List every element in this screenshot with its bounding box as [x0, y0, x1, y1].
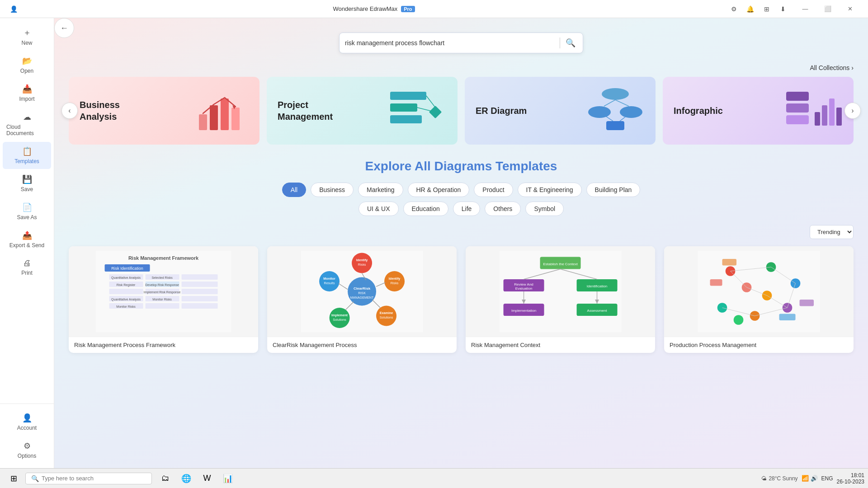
search-button[interactable]: 🔍: [564, 36, 577, 50]
sidebar-item-import[interactable]: 📥 Import: [3, 80, 51, 107]
weather-text: 28°C Sunny: [769, 475, 797, 482]
taskbar-date-text: 26-10-2023: [837, 479, 864, 485]
svg-rect-40: [109, 289, 143, 294]
maximize-button[interactable]: ⬜: [817, 2, 838, 16]
template-card-2[interactable]: ClearRisk RISK MANAGEMENT Identify Risks…: [267, 246, 457, 353]
sidebar: ＋ New 📂 Open 📥 Import ☁ Cloud Documents …: [0, 18, 54, 468]
sidebar-label-print: Print: [21, 270, 33, 276]
svg-rect-14: [606, 121, 624, 130]
options-icon: ⚙: [24, 441, 31, 451]
carousel-card-er-diagram[interactable]: ER Diagram: [465, 77, 656, 145]
carousel-card-infographic[interactable]: Infographic: [663, 77, 854, 145]
all-collections-button[interactable]: All Collections ›: [810, 64, 854, 71]
avatar-icon[interactable]: 👤: [7, 3, 20, 15]
bell-icon[interactable]: 🔔: [744, 3, 757, 15]
svg-text:Risk Management Framework: Risk Management Framework: [128, 255, 199, 261]
filter-ui[interactable]: UI & UX: [359, 202, 399, 216]
filter-product[interactable]: Product: [474, 183, 513, 197]
close-button[interactable]: ✕: [840, 2, 861, 16]
sidebar-label-open: Open: [20, 68, 33, 74]
sidebar-item-export[interactable]: 📤 Export & Send: [3, 226, 51, 253]
template-card-4[interactable]: Production Process Management: [664, 246, 854, 353]
back-button[interactable]: ←: [54, 18, 74, 38]
title-icons: 👤: [7, 3, 20, 15]
template-card-1[interactable]: Risk Management Framework Risk Identific…: [69, 246, 258, 353]
taskbar-app-chrome[interactable]: 🌐: [176, 470, 196, 487]
svg-text:Risk Identification: Risk Identification: [111, 266, 143, 271]
sidebar-item-new[interactable]: ＋ New: [3, 23, 51, 51]
svg-rect-104: [722, 259, 737, 265]
filter-marketing[interactable]: Marketing: [358, 183, 403, 197]
main-content: ← 🔍 All Collections › ‹ BusinessAnalysis: [54, 18, 868, 468]
svg-text:Selected Risks: Selected Risks: [151, 276, 173, 279]
template-thumb-1: Risk Management Framework Risk Identific…: [69, 246, 258, 337]
carousel-card-project-management[interactable]: ProjectManagement: [267, 77, 458, 145]
open-icon: 📂: [22, 56, 32, 66]
taskbar-app-edraw[interactable]: 📊: [218, 470, 238, 487]
taskbar-app-explorer[interactable]: 🗂: [156, 470, 175, 487]
svg-rect-1: [210, 105, 218, 130]
svg-rect-101: [710, 279, 722, 286]
taskbar-search-box: 🔍: [25, 473, 152, 484]
sidebar-item-print[interactable]: 🖨 Print: [3, 254, 51, 281]
svg-text:Review And: Review And: [514, 282, 533, 286]
template-title-4: Production Process Management: [664, 337, 854, 353]
svg-rect-7: [390, 115, 422, 123]
pro-badge: Pro: [401, 6, 415, 12]
svg-rect-19: [786, 92, 809, 101]
svg-rect-34: [182, 274, 218, 280]
carousel-next-button[interactable]: ›: [844, 103, 861, 119]
minimize-button[interactable]: —: [795, 2, 816, 16]
filter-building[interactable]: Building Plan: [586, 183, 641, 197]
carousel-card-business-analysis[interactable]: BusinessAnalysis: [69, 77, 259, 145]
sidebar-item-save[interactable]: 💾 Save: [3, 170, 51, 197]
sidebar-label-account: Account: [17, 425, 37, 431]
card-icon-infographic: [784, 87, 843, 134]
filter-hr[interactable]: HR & Operation: [408, 183, 470, 197]
start-button[interactable]: ⊞: [4, 470, 24, 487]
grid-icon[interactable]: ⊞: [760, 3, 773, 15]
svg-rect-25: [836, 108, 842, 126]
carousel-prev-button[interactable]: ‹: [61, 103, 78, 119]
sidebar-item-templates[interactable]: 📋 Templates: [3, 142, 51, 169]
svg-rect-24: [829, 99, 835, 126]
sidebar-label-options: Options: [18, 453, 36, 459]
filter-all[interactable]: All: [282, 183, 307, 197]
svg-text:Solutions: Solutions: [333, 318, 346, 322]
sidebar-item-account[interactable]: 👤 Account: [3, 408, 51, 436]
filter-life[interactable]: Life: [453, 202, 481, 216]
template-grid: Risk Management Framework Risk Identific…: [69, 246, 854, 353]
sidebar-item-saveas[interactable]: 📄 Save As: [3, 198, 51, 225]
collections-arrow: ›: [851, 64, 854, 71]
tray-volume[interactable]: 🔊: [811, 475, 818, 482]
taskbar-clock: 18:01 26-10-2023: [837, 472, 864, 485]
filter-others[interactable]: Others: [485, 202, 521, 216]
filter-business[interactable]: Business: [311, 183, 354, 197]
filter-it[interactable]: IT & Engineering: [518, 183, 582, 197]
export-icon: 📤: [22, 230, 32, 240]
sidebar-item-options[interactable]: ⚙ Options: [3, 436, 51, 464]
template-card-3[interactable]: Establish the Context Review And Evaluat…: [466, 246, 655, 353]
filter-education[interactable]: Education: [403, 202, 448, 216]
svg-text:Implement Risk Response: Implement Risk Response: [144, 291, 181, 294]
search-input[interactable]: [345, 39, 556, 47]
sidebar-item-open[interactable]: 📂 Open: [3, 52, 51, 79]
sidebar-label-new: New: [21, 40, 32, 46]
download-icon[interactable]: ⬇: [777, 3, 789, 15]
filter-symbol[interactable]: Symbol: [525, 202, 564, 216]
svg-line-9: [426, 96, 435, 108]
svg-line-16: [615, 100, 629, 106]
sidebar-item-cloud[interactable]: ☁ Cloud Documents: [3, 108, 51, 141]
sidebar-label-import: Import: [19, 96, 34, 102]
sort-dropdown[interactable]: Trending Newest Popular: [810, 225, 854, 239]
taskbar-search-input[interactable]: [42, 475, 146, 482]
taskbar-app-word[interactable]: W: [197, 470, 217, 487]
svg-text:Risks: Risks: [358, 263, 366, 267]
explore-title-static: Explore: [365, 159, 415, 173]
sidebar-label-templates: Templates: [14, 158, 39, 164]
tray-network[interactable]: 📶: [802, 475, 809, 482]
print-icon: 🖨: [23, 258, 31, 268]
sidebar-top: ＋ New 📂 Open 📥 Import ☁ Cloud Documents …: [0, 18, 54, 404]
svg-rect-48: [182, 296, 218, 301]
settings-icon[interactable]: ⚙: [728, 3, 741, 15]
